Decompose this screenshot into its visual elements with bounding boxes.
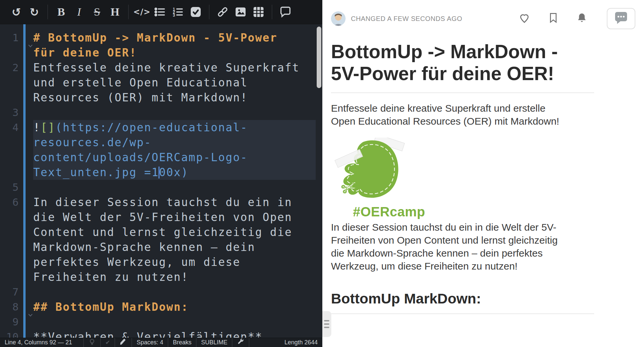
code-line-1-row2[interactable]: für deine OER! [0, 45, 322, 60]
code-text [33, 180, 316, 195]
wrench-icon [237, 338, 244, 347]
code-text: resources.de/wp- [33, 135, 316, 150]
author-avatar[interactable] [331, 11, 346, 26]
checklist-button[interactable] [188, 4, 203, 20]
heading-button[interactable]: H [108, 4, 122, 20]
code-text: **Verwahren & Vervielfältigen** [33, 329, 316, 338]
code-line-6-row3[interactable]: Content und lernst gleichzeitig die [0, 225, 322, 240]
preview-actions [518, 8, 635, 29]
line-number: 1 [12, 30, 19, 45]
bold-button[interactable]: B [54, 4, 68, 20]
line-number: 6 [12, 195, 19, 210]
bookmark-icon [548, 12, 559, 25]
code-text: für deine OER! [33, 45, 316, 60]
ul-icon [154, 6, 166, 18]
line-gutter [0, 150, 33, 165]
favorite-heart-button[interactable] [518, 12, 530, 25]
table-button[interactable] [251, 4, 266, 20]
code-text [33, 314, 316, 329]
line-gutter: 4 [0, 120, 33, 135]
code-block-button[interactable]: </> [135, 4, 149, 20]
line-gutter [0, 270, 33, 285]
link-button[interactable] [215, 4, 230, 20]
code-line-6-row6[interactable]: Freiheiten zu nutzen! [0, 270, 322, 285]
code-line-6-row4[interactable]: Markdown-Sprache kennen – dein [0, 240, 322, 255]
status-linebreak-setting[interactable]: Breaks [168, 338, 196, 347]
code-line-5[interactable]: 5 [0, 180, 322, 195]
code-text: ## BottomUp MarkDown: [33, 299, 316, 314]
unordered-list-button[interactable] [153, 4, 167, 20]
code-line-4-row3[interactable]: content/uploads/OERCamp-Logo- [0, 150, 322, 165]
editor-scrollbar[interactable] [317, 27, 321, 88]
undo-button[interactable]: ↺ [9, 4, 24, 20]
code-line-4-row1[interactable]: 4![](https://open-educational- [0, 120, 322, 135]
split-drag-handle[interactable] [322, 311, 331, 337]
status-indent-setting[interactable]: Spaces: 4 [132, 338, 168, 347]
code-line-2-row1[interactable]: 2Entfessele deine kreative Superkraft [0, 60, 322, 75]
doc-heading-h2: BottomUp MarkDown: [331, 290, 598, 307]
code-text: Freiheiten zu nutzen! [33, 270, 316, 285]
code-line-7[interactable]: 7 [0, 285, 322, 299]
image-button[interactable] [233, 4, 248, 20]
line-gutter [0, 75, 33, 90]
status-keymap-setting[interactable]: SUBLIME [196, 338, 232, 347]
status-spellcheck[interactable]: ✔ [101, 338, 115, 347]
code-text: Content und lernst gleichzeitig die [33, 225, 316, 240]
redo-button[interactable]: ↻ [27, 4, 42, 20]
notifications-bell-button[interactable] [576, 12, 588, 25]
line-gutter: 7 [0, 285, 33, 299]
status-preferences-wrench[interactable] [232, 338, 249, 347]
code-icon: </> [133, 7, 151, 17]
code-line-6-row5[interactable]: perfektes Werkzeug, um diese [0, 255, 322, 270]
line-gutter: 8 [0, 299, 33, 314]
code-line-4-row4[interactable]: Text_unten.jpg =100x) [0, 165, 322, 180]
redo-icon: ↻ [30, 7, 39, 18]
editor-toolbar: ↺↻BISH</>123 [0, 0, 322, 24]
code-text: und erstelle Open Educational [33, 75, 316, 90]
line-number: 5 [12, 180, 19, 195]
comments-button[interactable] [607, 8, 635, 29]
toolbar-group: BISH [52, 4, 124, 20]
oercamp-flame-graphic: ✂ [332, 138, 411, 202]
strikethrough-button[interactable]: S [90, 4, 104, 20]
ordered-list-button[interactable]: 123 [170, 4, 185, 20]
toolbar-separator [272, 5, 272, 19]
code-line-4-row2[interactable]: resources.de/wp- [0, 135, 322, 150]
code-line-2-row2[interactable]: und erstelle Open Educational [0, 75, 322, 90]
oercamp-hashtag: #OERcamp [353, 204, 419, 219]
toolbar-separator [209, 5, 209, 19]
app-window: ↺↻BISH</>123 1# BottomUp -> MarkDown - 5… [0, 0, 644, 347]
session-paragraph: In dieser Session tauchst du ein in die … [331, 221, 598, 273]
line-number: 7 [12, 285, 19, 299]
code-line-6-row1[interactable]: 6In dieser Session tauchst du ein in [0, 195, 322, 210]
line-gutter: 9 [0, 314, 33, 329]
code-text: In dieser Session tauchst du ein in [33, 195, 316, 210]
bookmark-button[interactable] [548, 12, 559, 25]
code-line-8[interactable]: 8## BottomUp MarkDown: [0, 299, 322, 314]
italic-button[interactable]: I [72, 4, 86, 20]
code-line-3[interactable]: 3 [0, 105, 322, 120]
code-line-1-row1[interactable]: 1# BottomUp -> MarkDown - 5V-Power [0, 30, 322, 45]
rendered-document: BottomUp -> MarkDown -5V-Power für deine… [322, 41, 598, 314]
link-icon [217, 6, 229, 18]
code-line-2-row3[interactable]: Resources (OER) mit Markdown! [0, 90, 322, 105]
check-icon: ✔ [105, 339, 110, 346]
image-icon [235, 6, 247, 18]
italic-icon: I [77, 6, 81, 18]
code-line-10[interactable]: 10**Verwahren & Vervielfältigen** [0, 329, 322, 338]
status-cursor-position: Line 4, Columns 92 — 21 [0, 338, 84, 347]
line-gutter [0, 225, 33, 240]
line-gutter: 3 [0, 105, 33, 120]
status-theme-brush[interactable] [115, 338, 132, 347]
code-text: die Welt der 5V-Freiheiten von Open [33, 210, 316, 225]
undo-icon: ↺ [12, 7, 21, 18]
preview-header: Changed a few seconds ago [322, 0, 644, 37]
code-editor[interactable]: 1# BottomUp -> MarkDown - 5V-Powerfür de… [0, 24, 322, 338]
checklist-icon [190, 6, 202, 18]
comment-button[interactable] [278, 4, 293, 20]
code-text: Resources (OER) mit Markdown! [33, 90, 316, 105]
code-line-9[interactable]: 9 [0, 314, 322, 329]
code-line-6-row2[interactable]: die Welt der 5V-Freiheiten von Open [0, 210, 322, 225]
toolbar-group [214, 4, 268, 20]
status-night-mode[interactable] [84, 338, 101, 347]
